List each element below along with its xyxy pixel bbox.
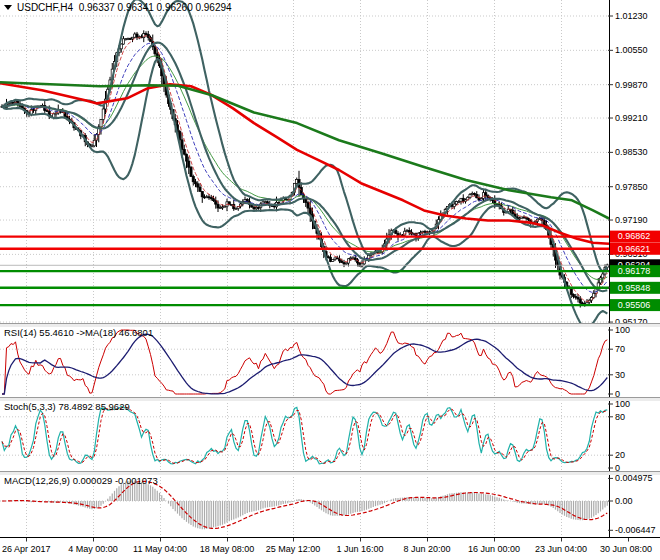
price-levels [0, 237, 609, 305]
bollinger-bands [2, 0, 607, 328]
chart-dropdown-icon[interactable] [4, 5, 12, 10]
rsi-line [2, 330, 607, 394]
ema-lines [2, 36, 607, 302]
chart-title: USDCHF,H4 0.96337 0.96341 0.96260 0.9629… [4, 2, 232, 13]
rsi-pane [2, 330, 607, 394]
rsi-indicator-label: RSI(14) 55.4610 ->MA(18) 46.6801 [4, 327, 153, 338]
rsi-ma-line [2, 334, 607, 394]
chart-ohlc-values: 0.96337 0.96341 0.96260 0.96294 [79, 2, 232, 13]
candles [1, 30, 608, 307]
chart-window: 1.012301.005500.998700.992100.985300.978… [0, 0, 660, 560]
time-scale[interactable] [0, 538, 660, 560]
stoch-indicator-label: Stoch(5,3,3) 78.4892 85.9629 [4, 401, 130, 412]
stoch-pane [2, 406, 607, 464]
macd-signal-line [2, 481, 607, 528]
price-scale[interactable] [610, 0, 660, 538]
chart-symbol-period: USDCHF,H4 [17, 2, 73, 13]
stoch-k-line [2, 406, 607, 464]
macd-histogram [2, 481, 607, 530]
macd-indicator-label: MACD(12,26,9) 0.000029 -0.001073 [4, 475, 158, 486]
